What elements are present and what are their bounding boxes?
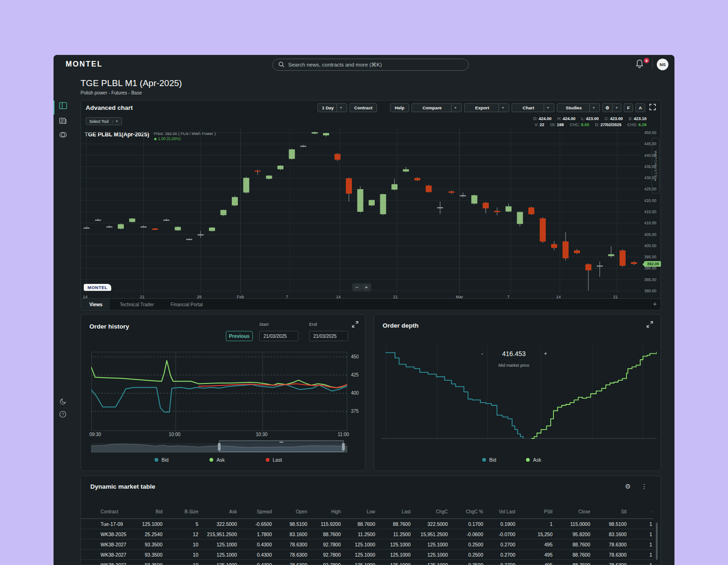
watchlists-tab[interactable]: WATCHLISTS ◂ (652, 138, 660, 194)
table-cell: 78.6300 (601, 550, 627, 559)
chevron-down-icon: ▼ (589, 104, 595, 112)
table-cell: 78.6300 (274, 560, 307, 565)
column-header[interactable]: Last (373, 505, 411, 518)
settings-dropdown[interactable]: ⚙▼ (602, 103, 621, 112)
end-date-input[interactable]: 21/03/2025 (309, 331, 348, 341)
a-button[interactable]: A (635, 103, 645, 112)
sidebar: ? (54, 74, 72, 565)
tab-views[interactable]: Views (81, 299, 111, 310)
contract-button[interactable]: Contract (350, 103, 377, 112)
column-header[interactable]: ChgC (412, 505, 448, 518)
notifications-button[interactable]: 8 (635, 59, 647, 70)
column-header[interactable]: Close (554, 505, 590, 518)
yaxis-tick: 400 (351, 390, 359, 396)
table-cell: 10 (160, 550, 198, 559)
dashboard-icon (59, 102, 67, 111)
previous-button[interactable]: Previous (226, 331, 253, 341)
zoom-in-button[interactable]: + (362, 284, 371, 291)
export-dropdown[interactable]: Export▼ (464, 103, 509, 112)
column-header[interactable]: Bid (127, 505, 162, 518)
price-tick: 415.00 (644, 209, 656, 214)
ask-dot (526, 458, 530, 462)
mid-market-control: - 416.453 + Mid market price (479, 350, 549, 368)
market-table-title: Dynamic market table (90, 483, 155, 490)
end-label: End (309, 322, 317, 327)
chevron-down-icon: ▼ (337, 104, 343, 112)
f-button[interactable]: F (624, 103, 633, 112)
column-header[interactable]: Stl (601, 505, 627, 518)
start-date-input[interactable]: 21/03/2025 (259, 331, 298, 341)
table-cell: 125.1000 (412, 560, 448, 565)
table-cell: 495 (515, 560, 553, 565)
add-tab-button[interactable]: + (653, 300, 657, 308)
last-price-tag: 392.00 (644, 261, 661, 267)
price-tick: 390.00 (644, 266, 656, 270)
studies-dropdown[interactable]: Studies▼ (557, 103, 600, 112)
help-chart-button[interactable]: Help (390, 103, 409, 112)
fullscreen-button[interactable] (649, 104, 656, 112)
price-tick: 400.00 (644, 243, 656, 248)
tab-financial-portal[interactable]: Financial Portal (162, 299, 211, 310)
column-header[interactable]: Vol Last (478, 505, 515, 518)
column-header[interactable]: Ask (202, 505, 237, 518)
candlestick-chart[interactable] (81, 128, 640, 294)
sidebar-item-dashboard[interactable] (58, 101, 68, 112)
expand-icon (352, 321, 358, 328)
table-cell: 92.7800 (306, 550, 341, 559)
mid-minus-button[interactable]: - (479, 350, 485, 357)
market-table-panel: Dynamic market table ⚙ ⋮ ContractBidB-Si… (81, 476, 661, 565)
chevron-down-icon: ▼ (544, 104, 550, 112)
table-row[interactable]: Tue-17-09125.10005322.5000-0.650098.5100… (81, 519, 654, 529)
column-header[interactable]: B-Size (160, 505, 198, 518)
table-row[interactable]: WK38-202793.350010125.10000.430078.63009… (81, 560, 654, 565)
question-icon: ? (59, 410, 67, 420)
table-cell: 125.1000 (127, 519, 162, 529)
table-menu-button[interactable]: ⋮ (641, 483, 647, 490)
chart-type-dropdown[interactable]: Chart▼ (512, 103, 554, 112)
table-settings-button[interactable]: ⚙ (625, 483, 631, 490)
table-row[interactable]: WK38-202793.350010125.10000.430078.63009… (81, 550, 654, 560)
gear-icon: ⚙ (625, 483, 631, 490)
table-cell: 125.1000 (340, 550, 375, 559)
help-button[interactable]: ? (58, 410, 68, 420)
newspaper-icon (59, 117, 67, 126)
table-row[interactable]: WK38-202525.254012215,951.25001.780083.1… (81, 529, 654, 539)
column-header[interactable]: Low (340, 505, 375, 518)
zoom-out-button[interactable]: − (353, 284, 361, 291)
mid-plus-button[interactable]: + (542, 350, 549, 357)
chart-toolbar: 1 Day▼ Contract Help Compare▼ Export▼ Ch… (317, 103, 656, 112)
table-cell: 98.5100 (601, 519, 627, 529)
avatar[interactable]: NS (657, 59, 668, 70)
svg-text:•••: ••• (279, 440, 283, 444)
xaxis-tick: 09:30 (89, 432, 101, 437)
column-header[interactable]: High (306, 505, 341, 518)
yaxis-tick: 375 (351, 409, 359, 414)
column-header[interactable]: PStl (515, 505, 553, 518)
sidebar-item-news[interactable] (58, 116, 68, 127)
column-header[interactable]: Spread (236, 505, 272, 518)
order-history-legend: Bid Ask Last (155, 457, 282, 463)
period-dropdown[interactable]: 1 Day▼ (317, 103, 347, 112)
app-window: MONTEL Search news, contracts and more (… (54, 55, 674, 565)
montel-watermark: MONTEL (84, 284, 111, 291)
search-placeholder: Search news, contracts and more (⌘K) (288, 61, 382, 68)
range-navigator[interactable]: ••• (91, 440, 347, 452)
expand-button[interactable] (647, 321, 653, 330)
column-header[interactable]: · (638, 505, 652, 518)
chart-tabstrip: Views Technical Trader Financial Portal … (81, 298, 661, 310)
order-history-chart[interactable] (91, 352, 347, 431)
sidebar-item-markets[interactable] (58, 130, 68, 141)
compare-dropdown[interactable]: Compare▼ (411, 103, 462, 112)
table-cell: 93.3500 (127, 560, 162, 565)
table-scrollbar[interactable] (656, 523, 658, 560)
dark-mode-toggle[interactable] (58, 397, 68, 407)
expand-button[interactable] (352, 321, 358, 330)
ask-dot (209, 458, 213, 462)
advanced-chart-panel: Advanced chart 1 Day▼ Contract Help Comp… (81, 100, 661, 310)
tab-technical-trader[interactable]: Technical Trader (111, 299, 162, 310)
table-row[interactable]: WK38-202793.350010125.10000.430078.63009… (81, 539, 654, 550)
column-header[interactable]: Open (274, 505, 307, 518)
search-input[interactable]: Search news, contracts and more (⌘K) (272, 59, 469, 71)
yaxis-tick: 450 (351, 354, 359, 359)
select-tool-dropdown[interactable]: Select Tool▼ (86, 117, 122, 125)
